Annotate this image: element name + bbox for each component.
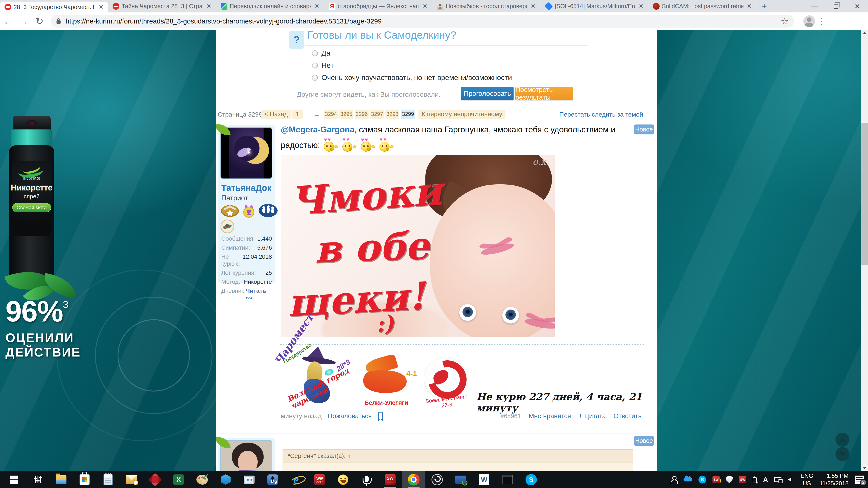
language-indicator[interactable]: ENG US — [800, 472, 813, 487]
taskbar-system-monitor-button[interactable] — [237, 471, 261, 488]
reply-link[interactable]: Ответить — [614, 412, 642, 420]
forward-button[interactable]: → — [16, 16, 32, 27]
quoted-message-block: *Сергеич* сказал(а): ↑ Третьим буду! — [283, 449, 633, 471]
tab-forum-2[interactable]: Тайна Чароместа 28_3 | Страни ✕ — [108, 0, 216, 12]
user-mention-link[interactable]: @Megera-Gargona — [281, 125, 354, 134]
browser-scrollbar[interactable] — [861, 30, 868, 471]
taskbar-task-view-button[interactable] — [26, 471, 49, 488]
window-restore-button[interactable] — [826, 0, 847, 12]
quote-header[interactable]: *Сергеич* сказал(а): ↑ — [283, 449, 633, 462]
taskbar-skype-button[interactable]: S — [520, 471, 543, 488]
bottle-teal-band — [11, 129, 53, 146]
scrollbar-thumb[interactable] — [861, 123, 868, 265]
taskbar-smiley-app-button[interactable] — [331, 471, 355, 488]
quote-link[interactable]: + Цитата — [579, 412, 606, 420]
notepad-icon — [103, 474, 113, 485]
taskbar-start-button[interactable] — [2, 471, 26, 488]
url-text[interactable]: https://ne-kurim.ru/forum/threads/28_3-g… — [66, 18, 382, 25]
award-badges-row — [220, 219, 235, 233]
attached-postcard-image[interactable]: Чмоки в обе щеки! :) о.х. — [281, 155, 555, 337]
usb-eject-tray-icon[interactable] — [753, 477, 757, 483]
scrollbar-down-arrow-icon[interactable] — [863, 467, 866, 469]
tab-forum-active[interactable]: 28_3 Государство Чаромест. Во ✕ — [0, 2, 108, 12]
desktop-screen: 28_3 Государство Чаромест. Во ✕ Тайна Ча… — [0, 0, 868, 488]
taskbar-solidworks-2017-button[interactable]: SW2017 — [308, 471, 331, 488]
taskbar-internet-explorer-button[interactable]: e — [284, 471, 308, 488]
quote-jump-arrow[interactable]: ↑ — [348, 453, 351, 459]
tab-yandex-search[interactable]: старообрядцы — Яндекс: нашл ✕ — [324, 0, 432, 12]
diary-read-link[interactable]: Читать »» — [246, 287, 272, 301]
kiss-smiley-icon: ♥♥ — [342, 139, 357, 152]
network-tray-icon[interactable] — [774, 477, 781, 482]
taskbar-mg-app-button[interactable]: Mg — [261, 471, 284, 488]
defender-tray-icon[interactable]: ✓ — [726, 476, 733, 484]
tab-close-icon[interactable]: ✕ — [422, 3, 428, 10]
scroll-to-bottom-button[interactable] — [835, 447, 849, 461]
postcard-text: :) — [374, 310, 395, 337]
taskbar-terminal-button[interactable] — [496, 471, 520, 488]
taskbar-word-button[interactable]: W — [472, 471, 496, 488]
report-link[interactable]: Пожаловаться — [328, 412, 372, 420]
microphone-icon — [365, 476, 369, 482]
mg-app-icon: Mg — [268, 475, 278, 485]
back-button[interactable]: ← — [0, 16, 16, 27]
notification-center-icon[interactable]: 2 — [855, 476, 864, 484]
people-tray-icon[interactable] — [671, 476, 677, 483]
bookmark-icon[interactable] — [378, 412, 383, 419]
author-username[interactable]: ТатьянаДок — [221, 183, 271, 193]
tab-solidcam[interactable]: SolidCAM: Lost password retrieva ✕ — [648, 0, 756, 12]
taskbar-file-explorer-button[interactable] — [49, 471, 73, 488]
window-controls: — ✕ — [804, 0, 868, 12]
taskbar-solidworks-2018-button[interactable]: SW2018 — [378, 471, 402, 488]
tab-close-icon[interactable]: ✕ — [98, 4, 104, 11]
bookmark-star-icon[interactable]: ☆ — [781, 16, 788, 26]
postcard-text: в обе — [314, 223, 430, 272]
address-bar[interactable]: https://ne-kurim.ru/forum/threads/28_3-g… — [51, 15, 794, 28]
taskbar-mail-button[interactable] — [120, 471, 143, 488]
taskbar-3d-app-button[interactable] — [214, 471, 237, 488]
new-tab-button[interactable]: + — [756, 0, 772, 12]
scroll-to-top-button[interactable] — [835, 433, 849, 447]
tab-translator[interactable]: Переводчик онлайн и словарь ✕ — [216, 0, 324, 12]
skype-tray-icon[interactable]: S — [699, 476, 706, 484]
tab-title: старообрядцы — Яндекс: нашл — [338, 3, 419, 10]
tab-close-icon[interactable]: ✕ — [530, 3, 536, 10]
taskbar-paint-button[interactable] — [190, 471, 214, 488]
browser-profile-avatar[interactable] — [803, 15, 815, 27]
paint-icon — [196, 475, 208, 485]
taskbar-excel-button[interactable]: X — [167, 471, 190, 488]
like-link[interactable]: Мне нравится — [528, 412, 571, 420]
taskbar-voice-recorder-button[interactable] — [355, 471, 378, 488]
signature-block: Государство Чаромест 28*3 Вольный город … — [280, 347, 645, 412]
tab-close-icon[interactable]: ✕ — [638, 3, 645, 10]
volume-tray-icon[interactable] — [788, 477, 792, 482]
baby-photo-eye — [459, 304, 476, 321]
kiss-smiley-icon: ♥♥ — [379, 139, 394, 152]
file-explorer-icon — [56, 475, 66, 484]
taskbar-obs-button[interactable] — [426, 471, 449, 488]
solidworks-alert-tray-icon[interactable]: SW! — [712, 476, 720, 483]
window-minimize-button[interactable]: — — [804, 0, 826, 12]
tab-close-icon[interactable]: ✕ — [746, 3, 752, 10]
clock[interactable]: 1:55 PM 11/25/2018 — [819, 472, 848, 487]
airplane-badge-icon — [220, 219, 235, 233]
nicorette-ad-banner[interactable]: nicorette Никоретте спрей Свежая мята 96… — [0, 30, 215, 471]
reload-button[interactable]: ↻ — [32, 15, 48, 27]
tab-close-icon[interactable]: ✕ — [206, 3, 212, 10]
scrollbar-up-arrow-icon[interactable] — [863, 32, 866, 34]
taskbar-chrome-button[interactable] — [402, 471, 426, 488]
window-close-button[interactable]: ✕ — [847, 0, 868, 12]
tab-novozybkov[interactable]: Новозыбков - город староверо ✕ — [432, 0, 540, 12]
solidworks-tray-icon[interactable]: SW — [739, 476, 746, 483]
taskbar-notepad-button[interactable] — [96, 471, 120, 488]
autodesk-tray-icon[interactable]: A — [763, 476, 768, 484]
taskbar-remote-desktop-button[interactable] — [449, 471, 472, 488]
tab-close-icon[interactable]: ✕ — [313, 3, 320, 10]
taskbar-red-diamond-button[interactable] — [143, 471, 167, 488]
browser-menu-icon[interactable]: ⋮ — [815, 17, 829, 26]
post-text-line: радостью: ♥♥ ♥♥ ♥♥ ♥♥ — [281, 139, 394, 152]
taskbar-store-button[interactable] — [73, 471, 96, 488]
onedrive-tray-icon[interactable] — [684, 478, 692, 482]
tab-jira[interactable]: [SOL-6514] Markus/Millturn/Enve ✕ — [540, 0, 648, 12]
restore-icon — [834, 4, 838, 8]
